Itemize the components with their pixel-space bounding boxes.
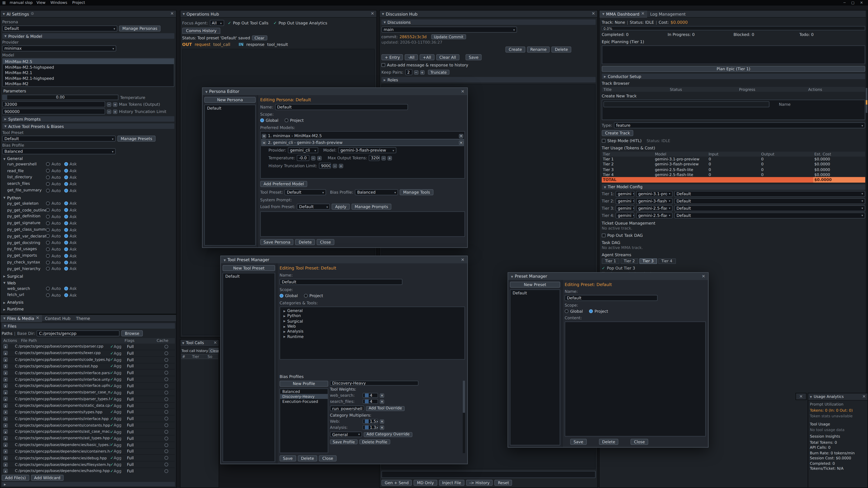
remove-file-button[interactable]: x bbox=[3, 403, 8, 408]
drag-handle[interactable] bbox=[365, 393, 369, 397]
full-flag[interactable]: Full bbox=[127, 396, 134, 401]
minimize-icon[interactable]: ─ bbox=[844, 0, 846, 5]
tab-context-hub[interactable]: Context Hub bbox=[42, 315, 73, 322]
auto-radio[interactable] bbox=[46, 260, 50, 264]
profile-name-input[interactable]: Discovery-Heavy bbox=[330, 381, 418, 386]
add-wildcard-button[interactable]: Add Wildcard bbox=[31, 475, 64, 481]
cache-toggle[interactable] bbox=[164, 397, 168, 401]
drag-handle[interactable] bbox=[365, 419, 369, 423]
drag-handle-icon[interactable]: ≡ bbox=[262, 140, 266, 145]
epic-planning-input[interactable] bbox=[602, 45, 865, 64]
collapse-icon[interactable]: ▶ bbox=[283, 309, 285, 313]
remove-model-button[interactable]: ✕ bbox=[459, 140, 463, 145]
cache-toggle[interactable] bbox=[164, 423, 168, 427]
menu-item[interactable]: Project bbox=[72, 0, 85, 5]
delete-profile-button[interactable]: Delete Profile bbox=[359, 439, 390, 444]
persona-name-input[interactable]: Default bbox=[275, 104, 408, 110]
decrement-button[interactable]: − bbox=[311, 156, 315, 160]
ask-radio[interactable] bbox=[64, 162, 68, 166]
cache-toggle[interactable] bbox=[164, 371, 168, 375]
add-preferred-model-button[interactable]: Add Preferred Model bbox=[260, 181, 307, 187]
create-track-button[interactable]: Create Track bbox=[602, 130, 633, 136]
check-icon[interactable]: ✓ bbox=[110, 390, 114, 394]
close-dialog-button[interactable]: Close bbox=[319, 455, 336, 462]
manage-presets-button[interactable]: Manage Presets bbox=[117, 135, 156, 142]
increment-button[interactable]: + bbox=[317, 156, 322, 160]
tab-mma-dashboard[interactable]: ▼ MMA Dashboard ✕ bbox=[599, 10, 647, 18]
stream-tab[interactable]: Tier 3 bbox=[639, 258, 657, 264]
decrement-button[interactable]: − bbox=[107, 102, 112, 107]
collapse-icon[interactable]: ▼ bbox=[223, 258, 225, 261]
auto-radio[interactable] bbox=[46, 169, 50, 173]
auto-radio[interactable] bbox=[46, 287, 50, 291]
ask-radio[interactable] bbox=[64, 208, 68, 212]
full-flag[interactable]: Full bbox=[127, 383, 134, 388]
scope-project-radio[interactable] bbox=[589, 309, 593, 313]
rename-discussion-button[interactable]: Rename bbox=[527, 46, 550, 53]
full-flag[interactable]: Full bbox=[127, 429, 134, 434]
auto-radio[interactable] bbox=[46, 234, 50, 238]
remove-file-button[interactable]: x bbox=[3, 384, 8, 388]
auto-radio[interactable] bbox=[46, 175, 50, 179]
pm-history-input[interactable]: 900000 bbox=[319, 163, 331, 169]
composer-button[interactable]: Inject File bbox=[439, 480, 464, 486]
decrement-button[interactable]: − bbox=[414, 70, 418, 74]
remove-file-button[interactable]: x bbox=[3, 423, 8, 427]
pop-out-tier3-checkbox[interactable]: ✓ bbox=[602, 266, 605, 270]
check-icon[interactable]: ✓ bbox=[110, 377, 114, 381]
composer-button[interactable]: -> History bbox=[466, 480, 493, 486]
model-list-item[interactable]: MiniMax-M2 bbox=[3, 81, 174, 86]
remove-file-button[interactable]: x bbox=[3, 429, 8, 434]
check-icon[interactable]: ✓ bbox=[110, 364, 114, 368]
cache-toggle[interactable] bbox=[164, 391, 168, 394]
add-category-override-button[interactable]: Add Category Override bbox=[364, 432, 412, 437]
delete-persona-button[interactable]: Delete bbox=[295, 239, 315, 245]
content-input[interactable] bbox=[565, 322, 706, 436]
clear-history-button[interactable]: Clear bbox=[209, 348, 219, 353]
clipped-section-header[interactable]: ▶ bbox=[2, 482, 175, 486]
maximize-icon[interactable]: ▢ bbox=[851, 0, 855, 5]
tab-theme[interactable]: Theme bbox=[73, 315, 93, 322]
scope-global-radio[interactable] bbox=[280, 294, 283, 297]
preferred-model-row[interactable]: ≡ 1. minimax - MiniMax-M2.5 ✕ bbox=[262, 133, 463, 139]
ask-radio[interactable] bbox=[64, 182, 68, 186]
cache-toggle[interactable] bbox=[164, 345, 168, 349]
drag-handle-icon[interactable]: ≡ bbox=[262, 133, 266, 138]
legend-tool-result[interactable]: tool_result bbox=[267, 42, 288, 47]
decrement-button[interactable]: − bbox=[333, 164, 337, 168]
ask-radio[interactable] bbox=[64, 248, 68, 251]
update-commit-button[interactable]: Update Commit bbox=[431, 34, 466, 39]
save-button[interactable]: Save bbox=[280, 455, 296, 462]
active-presets-section-header[interactable]: ▼ Active Tool Presets & Biases bbox=[2, 123, 175, 129]
slider-handle[interactable] bbox=[3, 95, 7, 100]
remove-weight-button[interactable]: ✕ bbox=[380, 399, 384, 404]
auto-radio[interactable] bbox=[46, 267, 50, 271]
remove-file-button[interactable]: x bbox=[3, 344, 8, 349]
menu-item[interactable]: Windows bbox=[51, 0, 67, 5]
preset-name-input[interactable]: Default bbox=[565, 295, 657, 301]
minus-all-button[interactable]: -All bbox=[405, 54, 418, 60]
apply-button[interactable]: Apply bbox=[332, 203, 350, 210]
remove-file-button[interactable]: x bbox=[3, 449, 8, 454]
ask-radio[interactable] bbox=[64, 175, 68, 179]
close-icon[interactable]: ✕ bbox=[860, 0, 863, 5]
pm-model-select[interactable]: gemini-3-flash-preview ▾ bbox=[338, 147, 396, 153]
discussion-select[interactable]: main ▾ bbox=[381, 27, 517, 33]
tier-preset-select[interactable]: Default ▾ bbox=[674, 205, 865, 211]
preferred-model-row[interactable]: ≡ 2. gemini_cli - gemini-3-flash-preview… bbox=[262, 139, 463, 145]
list-item[interactable]: Default bbox=[223, 273, 275, 279]
close-icon[interactable]: ✕ bbox=[641, 12, 645, 16]
tier-preset-select[interactable]: Default ▾ bbox=[674, 191, 865, 197]
clear-all-button[interactable]: Clear All bbox=[436, 54, 459, 60]
composer-button[interactable]: MD Only bbox=[414, 480, 437, 486]
full-flag[interactable]: Full bbox=[127, 377, 134, 382]
max-tokens-input[interactable]: 32000 bbox=[2, 101, 105, 107]
pm-provider-select[interactable]: gemini_cli ▾ bbox=[288, 147, 318, 153]
collapse-icon[interactable]: ▶ bbox=[283, 314, 285, 318]
cache-toggle[interactable] bbox=[164, 410, 168, 414]
pm-temperature-input[interactable]: -0.0 bbox=[297, 155, 309, 161]
legend-request[interactable]: request bbox=[195, 42, 211, 47]
remove-multiplier-button[interactable]: ✕ bbox=[380, 425, 384, 430]
auto-radio[interactable] bbox=[46, 221, 50, 225]
weight-input[interactable]: 4 bbox=[363, 399, 378, 404]
